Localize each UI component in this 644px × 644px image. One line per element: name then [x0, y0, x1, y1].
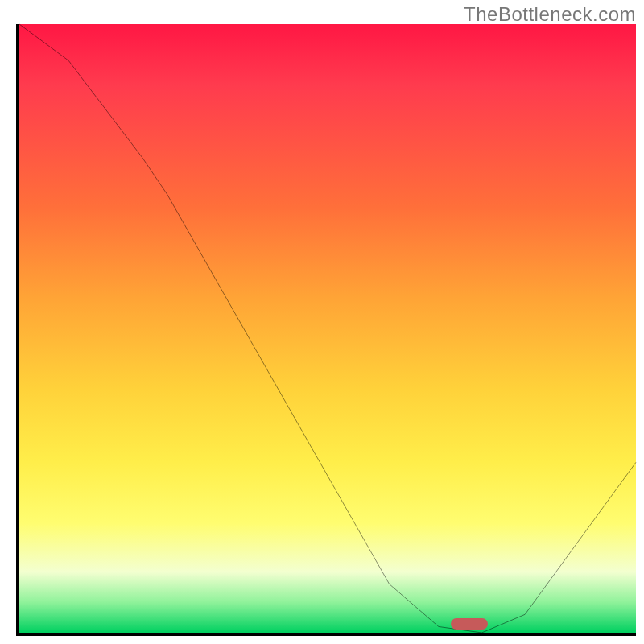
plot-area: [16, 24, 636, 636]
curve-svg: [19, 24, 636, 633]
bottleneck-curve: [19, 24, 636, 633]
watermark-text: TheBottleneck.com: [464, 3, 636, 26]
optimal-marker: [451, 618, 488, 630]
chart-frame: TheBottleneck.com: [0, 0, 644, 644]
